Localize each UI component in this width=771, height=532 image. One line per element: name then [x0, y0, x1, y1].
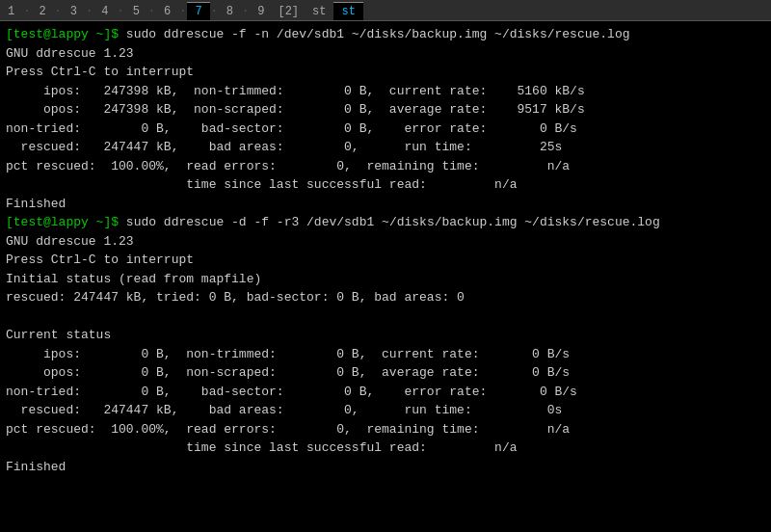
tab-bar: 1 · 2 · 3 · 4 · 5 · 6 · 7 · 8 · 9 [2] st…	[0, 0, 771, 21]
line-pct-1: pct rescued: 100.00%, read errors: 0, re…	[6, 157, 765, 176]
tab-sep-3: ·	[85, 3, 93, 20]
line-current-status: Current status	[6, 326, 765, 345]
line-ipos-1: ipos: 247398 kB, non-trimmed: 0 B, curre…	[6, 82, 765, 101]
terminal: [test@lappy ~]$ sudo ddrescue -f -n /dev…	[0, 21, 771, 532]
tab-sep-2: ·	[54, 3, 63, 20]
tab-group-2: [2]	[272, 3, 305, 20]
tab-sep-4: ·	[116, 3, 124, 20]
line-time-1: time since last successful read: n/a	[6, 175, 765, 195]
tab-7[interactable]: 7	[187, 2, 209, 20]
tab-8[interactable]: 8	[219, 3, 241, 20]
line-blank	[6, 307, 765, 327]
line-nontried-2: non-tried: 0 B, bad-sector: 0 B, error r…	[6, 383, 765, 402]
tab-sep-7: ·	[210, 3, 219, 20]
tab-9[interactable]: 9	[250, 3, 272, 20]
line-opos-2: opos: 0 B, non-scraped: 0 B, average rat…	[6, 363, 765, 383]
tab-sep-8: ·	[241, 3, 250, 20]
line-finished-1: Finished	[6, 195, 765, 214]
line-initial-status: Initial status (read from mapfile)	[6, 270, 765, 289]
tab-sep-5: ·	[147, 3, 156, 20]
line-ctrl-c-1: Press Ctrl-C to interrupt	[6, 63, 765, 82]
line-opos-1: opos: 247398 kB, non-scraped: 0 B, avera…	[6, 100, 765, 120]
tab-st-1[interactable]: st	[305, 3, 333, 20]
tab-sep-1: ·	[22, 3, 31, 20]
line-finished-2: Finished	[6, 458, 765, 477]
tab-2[interactable]: 2	[31, 3, 53, 20]
line-rescued-1: rescued: 247447 kB, bad areas: 0, run ti…	[6, 138, 765, 157]
tab-3[interactable]: 3	[63, 3, 85, 20]
line-version-2: GNU ddrescue 1.23	[6, 232, 765, 252]
tab-1[interactable]: 1	[0, 3, 22, 20]
tab-6[interactable]: 6	[156, 3, 178, 20]
tab-4[interactable]: 4	[93, 3, 116, 20]
line-command-2: [test@lappy ~]$ sudo ddrescue -d -f -r3 …	[6, 213, 765, 232]
line-pct-2: pct rescued: 100.00%, read errors: 0, re…	[6, 420, 765, 439]
line-time-2: time since last successful read: n/a	[6, 439, 765, 458]
line-command-1: [test@lappy ~]$ sudo ddrescue -f -n /dev…	[6, 25, 765, 44]
tab-sep-6: ·	[178, 3, 187, 20]
line-nontried-1: non-tried: 0 B, bad-sector: 0 B, error r…	[6, 120, 765, 139]
line-rescued-2: rescued: 247447 kB, bad areas: 0, run ti…	[6, 401, 765, 420]
line-rescued-initial: rescued: 247447 kB, tried: 0 B, bad-sect…	[6, 288, 765, 307]
tab-5[interactable]: 5	[125, 3, 147, 20]
line-ctrl-c-2: Press Ctrl-C to interrupt	[6, 251, 765, 270]
tab-st-2[interactable]: st	[333, 2, 362, 20]
line-version-1: GNU ddrescue 1.23	[6, 44, 765, 64]
line-ipos-2: ipos: 0 B, non-trimmed: 0 B, current rat…	[6, 345, 765, 364]
